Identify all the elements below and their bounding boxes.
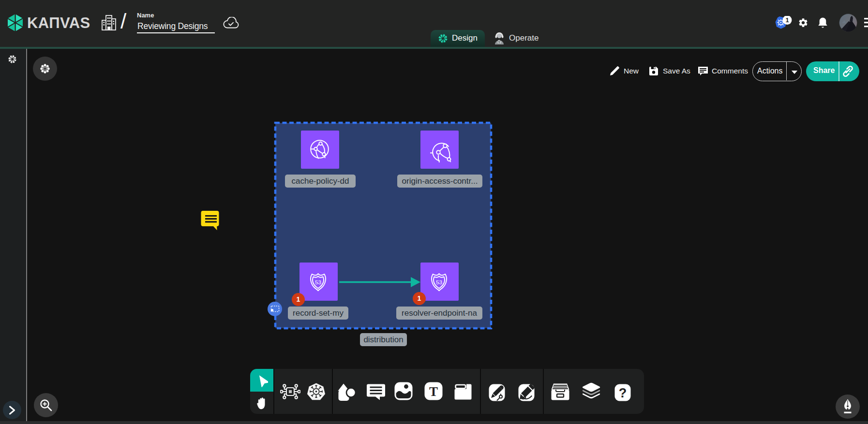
- svg-text:1: 1: [785, 16, 789, 24]
- svg-text:53: 53: [315, 279, 322, 285]
- svg-text:?: ?: [619, 386, 627, 400]
- svg-text:53: 53: [436, 279, 443, 285]
- svg-text:T: T: [429, 384, 438, 399]
